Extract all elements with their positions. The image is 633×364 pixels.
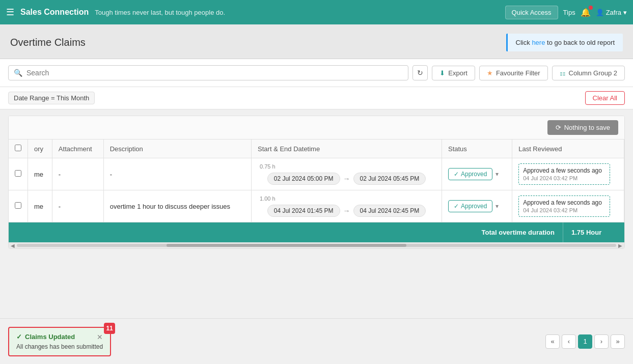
- search-icon: 🔍: [14, 69, 22, 77]
- column-group-icon: ⚏: [560, 69, 566, 77]
- column-group-label: Column Group 2: [569, 69, 617, 77]
- notification-toast: 11 ✓ Claims Updated ✕ All changes has be…: [8, 327, 111, 356]
- topnav-right: Quick Access Tips 🔔 👤 Zafra ▾: [505, 6, 627, 19]
- user-chevron-icon: ▾: [623, 9, 627, 16]
- row1-ory: me: [28, 158, 52, 190]
- row2-datetime: 1.00 h 04 Jul 2024 01:45 PM → 04 Jul 202…: [252, 190, 442, 222]
- row1-reviewed-cell: Approved a few seconds ago 04 Jul 2024 0…: [518, 163, 610, 185]
- export-button[interactable]: ⬇ Export: [432, 66, 475, 80]
- row2-status-badge: ✓ Approved: [448, 200, 492, 212]
- filter-bar: Date Range = This Month Clear All: [0, 87, 633, 109]
- col-header-ory: ory: [28, 139, 52, 158]
- row1-last-reviewed: Approved a few seconds ago 04 Jul 2024 0…: [512, 158, 624, 190]
- col-header-description: Description: [103, 139, 251, 158]
- row2-last-reviewed: Approved a few seconds ago 04 Jul 2024 0…: [512, 190, 624, 222]
- favourite-filter-button[interactable]: ★ Favourite Filter: [479, 66, 548, 80]
- user-avatar-icon: 👤: [596, 9, 604, 16]
- pagination-next-button[interactable]: ›: [594, 334, 609, 349]
- quick-access-button[interactable]: Quick Access: [505, 6, 558, 19]
- col-header-datetime: Start & End Datetime: [252, 139, 442, 158]
- nothing-to-save-button[interactable]: ⟳ Nothing to save: [547, 120, 618, 135]
- user-name: Zafra: [606, 9, 621, 16]
- row1-status-dropdown[interactable]: ▾: [496, 171, 499, 178]
- search-input[interactable]: [26, 69, 403, 77]
- row1-check-icon: ✓: [454, 171, 459, 178]
- row1-status: ✓ Approved ▾: [442, 158, 512, 190]
- tagline: Tough times never last, but tough people…: [95, 9, 499, 16]
- row2-status: ✓ Approved ▾: [442, 190, 512, 222]
- row1-datetime: 0.75 h 02 Jul 2024 05:00 PM → 02 Jul 202…: [252, 158, 442, 190]
- user-profile[interactable]: 👤 Zafra ▾: [596, 9, 627, 16]
- notif-title-text: Claims Updated: [25, 333, 75, 341]
- notification-close-button[interactable]: ✕: [97, 333, 103, 341]
- notification-bell[interactable]: 🔔: [581, 8, 591, 17]
- col-header-attachment: Attachment: [52, 139, 103, 158]
- select-all-header[interactable]: [9, 139, 28, 158]
- brand-name: Sales Connection: [20, 8, 89, 17]
- save-button-label: Nothing to save: [564, 124, 610, 131]
- clear-all-button[interactable]: Clear All: [585, 91, 625, 105]
- row1-checkbox-cell[interactable]: [9, 158, 28, 190]
- date-range-filter-tag[interactable]: Date Range = This Month: [8, 92, 95, 104]
- toolbar: 🔍 ↻ ⬇ Export ★ Favourite Filter ⚏ Column…: [0, 59, 633, 87]
- row2-checkbox-cell[interactable]: [9, 190, 28, 222]
- row2-attachment: -: [52, 190, 103, 222]
- row2-status-dropdown[interactable]: ▾: [496, 203, 499, 210]
- column-group-button[interactable]: ⚏ Column Group 2: [552, 66, 625, 80]
- page-title: Overtime Claims: [10, 37, 86, 48]
- export-label: Export: [448, 69, 467, 77]
- menu-icon[interactable]: ☰: [6, 7, 14, 18]
- select-all-checkbox[interactable]: [15, 145, 21, 151]
- row1-checkbox[interactable]: [15, 170, 21, 177]
- horizontal-scrollbar[interactable]: ◀ ▶: [9, 242, 624, 248]
- star-icon: ★: [487, 69, 493, 77]
- back-notice-suffix: to go back to old report: [545, 39, 615, 46]
- pagination: « ‹ 1 › »: [545, 334, 625, 349]
- search-box[interactable]: 🔍: [8, 65, 408, 80]
- pagination-first-button[interactable]: «: [545, 334, 560, 349]
- pagination-last-button[interactable]: »: [611, 334, 625, 349]
- favourite-filter-label: Favourite Filter: [496, 69, 540, 77]
- row1-end-datetime: 02 Jul 2024 05:45 PM: [353, 173, 426, 185]
- row2-checkbox[interactable]: [15, 202, 21, 209]
- row2-end-datetime: 04 Jul 2024 02:45 PM: [353, 205, 426, 217]
- row2-check-icon: ✓: [454, 203, 459, 210]
- pagination-page-1[interactable]: 1: [578, 334, 592, 349]
- bell-badge: [589, 6, 593, 10]
- notif-check-icon: ✓: [16, 333, 22, 341]
- row2-start-datetime: 04 Jul 2024 01:45 PM: [267, 205, 340, 217]
- export-icon: ⬇: [439, 69, 445, 77]
- scroll-left-icon: ◀: [11, 243, 15, 248]
- scroll-track[interactable]: [17, 244, 616, 247]
- row1-start-datetime: 02 Jul 2024 05:00 PM: [267, 173, 340, 185]
- refresh-button[interactable]: ↻: [412, 65, 428, 80]
- total-label: Total overtime duration: [9, 222, 563, 242]
- scroll-right-icon: ▶: [618, 243, 622, 248]
- claims-table: ory Attachment Description Start & End D…: [9, 139, 624, 222]
- col-header-last-reviewed: Last Reviewed: [512, 139, 624, 158]
- top-navbar: ☰ Sales Connection Tough times never las…: [0, 0, 633, 24]
- table-row: me - overtime 1 hour to discuss deeper i…: [9, 190, 624, 222]
- table-area: ⟳ Nothing to save ory Attachment Descrip…: [8, 116, 625, 249]
- row2-arrow-icon: →: [343, 207, 350, 215]
- row1-status-badge: ✓ Approved: [448, 168, 492, 180]
- total-value: 1.75 Hour: [563, 222, 624, 242]
- row1-attachment: -: [52, 158, 103, 190]
- row2-ory: me: [28, 190, 52, 222]
- row2-duration: 1.00 h: [260, 195, 276, 202]
- row2-reviewed-text: Approved a few seconds ago: [523, 199, 606, 206]
- scroll-thumb[interactable]: [167, 244, 406, 247]
- row2-reviewed-cell: Approved a few seconds ago 04 Jul 2024 0…: [518, 195, 610, 217]
- pagination-prev-button[interactable]: ‹: [562, 334, 576, 349]
- back-notice-link[interactable]: here: [532, 39, 545, 46]
- save-spinner-icon: ⟳: [556, 124, 561, 131]
- row1-reviewed-time: 04 Jul 2024 03:42 PM: [523, 175, 606, 181]
- row2-description: overtime 1 hour to discuss deeper issues: [103, 190, 251, 222]
- table-row: me - - 0.75 h 02 Jul 2024 05:00 PM → 02 …: [9, 158, 624, 190]
- tips-button[interactable]: Tips: [563, 9, 575, 16]
- notification-title: ✓ Claims Updated: [16, 333, 75, 341]
- total-row: Total overtime duration 1.75 Hour: [9, 222, 624, 242]
- row1-arrow-icon: →: [343, 175, 350, 183]
- notification-badge: 11: [104, 323, 115, 334]
- notification-header: ✓ Claims Updated ✕: [16, 333, 103, 341]
